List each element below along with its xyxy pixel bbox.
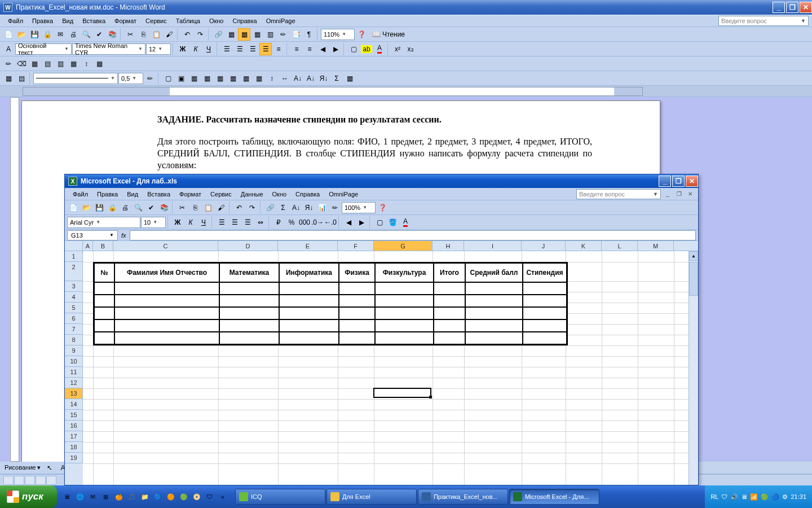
table-cell[interactable]	[219, 282, 279, 295]
table-cell[interactable]	[279, 319, 339, 332]
row-header-8[interactable]: 8	[65, 335, 83, 345]
ql-icon-13[interactable]: »	[217, 491, 228, 502]
eraser-icon[interactable]: ⌫	[15, 58, 28, 70]
xl-save-button[interactable]: 💾	[93, 202, 105, 214]
styles-pane-button[interactable]: A	[2, 43, 15, 55]
row-header-14[interactable]: 14	[65, 399, 83, 410]
table-cell[interactable]	[375, 319, 434, 332]
table-header-cell[interactable]: №	[94, 263, 114, 282]
table-cell[interactable]	[375, 332, 434, 344]
view-print-button[interactable]	[25, 476, 35, 485]
taskbar-button[interactable]: Практика_Excel_нов...	[418, 489, 508, 505]
tb2-sort-desc-icon[interactable]: Я↓	[317, 72, 330, 85]
table-cell[interactable]	[114, 282, 219, 295]
tray-icon-5[interactable]: 🟢	[761, 493, 769, 501]
xl-sort-asc-button[interactable]: А↓	[290, 202, 302, 214]
table-cell[interactable]	[523, 307, 567, 319]
font-combo[interactable]: Times New Roman CYR▼	[72, 43, 145, 55]
tables-borders-button[interactable]: ▦	[225, 28, 237, 41]
decrease-indent-button[interactable]: ◀	[316, 43, 329, 55]
paste-button[interactable]: 📋	[150, 28, 162, 41]
fx-icon[interactable]: fx	[121, 232, 126, 239]
insert-excel-button[interactable]: ▦	[251, 28, 263, 41]
xl-borders-button[interactable]: ▢	[373, 216, 386, 229]
xl-help-button[interactable]: ❓	[376, 202, 389, 214]
taskbar-button[interactable]: Для Excel	[326, 489, 417, 505]
redo-button[interactable]: ↷	[194, 28, 206, 41]
align-justify-button[interactable]: ☰	[259, 43, 272, 55]
table-cell[interactable]	[523, 332, 567, 344]
xl-inc-decimal-button[interactable]: .0→	[311, 216, 324, 229]
table-cell[interactable]	[465, 282, 523, 295]
tb-icon-6[interactable]: ▦	[93, 58, 105, 70]
xl-percent-button[interactable]: %	[285, 216, 298, 229]
tb2-icon-1[interactable]: ▦	[2, 72, 15, 85]
tray-icon-3[interactable]: 🖥	[741, 493, 747, 500]
table-cell[interactable]	[434, 332, 465, 344]
ql-icon-12[interactable]: 🛡	[204, 491, 215, 502]
table-cell[interactable]	[465, 319, 523, 332]
cut-button[interactable]: ✂	[124, 28, 136, 41]
tb2-icon-11[interactable]: ↕	[266, 72, 278, 85]
table-header-cell[interactable]: Информатика	[279, 263, 339, 282]
ql-icon-7[interactable]: 📁	[139, 491, 151, 502]
table-cell[interactable]	[94, 295, 114, 307]
doc-map-button[interactable]: 📑	[290, 28, 302, 41]
xl-dec-indent-button[interactable]: ◀	[342, 216, 355, 229]
tray-lang[interactable]: RL	[710, 493, 718, 500]
xl-undo-button[interactable]: ↶	[233, 202, 245, 214]
cells-area[interactable]: №Фамилия Имя ОтчествоМатематикаИнформати…	[83, 251, 698, 485]
borders-button[interactable]: ▢	[347, 43, 360, 55]
row-header-12[interactable]: 12	[65, 378, 83, 388]
scroll-thumb[interactable]	[689, 262, 698, 296]
xl-italic-button[interactable]: К	[184, 216, 197, 229]
excel-menu-edit[interactable]: Правка	[92, 189, 122, 199]
word-menu-table[interactable]: Таблица	[171, 16, 205, 26]
excel-menu-insert[interactable]: Вставка	[143, 189, 175, 199]
xl-inc-indent-button[interactable]: ▶	[355, 216, 368, 229]
open-button[interactable]: 📂	[15, 28, 28, 41]
xl-open-button[interactable]: 📂	[80, 202, 92, 214]
table-cell[interactable]	[94, 319, 114, 332]
tb2-last-icon[interactable]: ▦	[343, 72, 356, 85]
table-cell[interactable]	[94, 282, 114, 295]
table-cell[interactable]	[94, 307, 114, 319]
ql-icon-4[interactable]: ⊞	[100, 491, 112, 502]
xl-painter-button[interactable]: 🖌	[215, 202, 227, 214]
word-menu-tools[interactable]: Сервис	[141, 16, 171, 26]
line-style-combo[interactable]: ▼	[33, 73, 118, 84]
col-header-I[interactable]: I	[464, 241, 522, 251]
col-header-A[interactable]: A	[83, 241, 93, 251]
select-arrow-icon[interactable]: ↖	[43, 462, 56, 474]
table-header-cell[interactable]: Итого	[434, 263, 465, 282]
bold-button[interactable]: Ж	[176, 43, 189, 55]
align-right-button[interactable]: ☰	[246, 43, 259, 55]
tb2-icon-4[interactable]: ▣	[175, 72, 187, 85]
excel-menu-window[interactable]: Окно	[268, 189, 292, 199]
table-cell[interactable]	[434, 319, 465, 332]
copy-button[interactable]: ⎘	[137, 28, 149, 41]
taskbar-button[interactable]: ICQ	[235, 489, 325, 505]
word-help-search[interactable]: Введите вопрос▼	[718, 16, 809, 26]
col-header-G[interactable]: G	[374, 241, 433, 251]
show-marks-button[interactable]: ¶	[303, 28, 315, 41]
table-header-cell[interactable]: Средний балл	[465, 263, 523, 282]
taskbar-button[interactable]: Microsoft Excel - Для...	[509, 489, 599, 505]
tb-icon-3[interactable]: ▥	[54, 58, 67, 70]
tb2-icon-9[interactable]: ▦	[240, 72, 252, 85]
col-header-D[interactable]: D	[218, 241, 278, 251]
xl-merge-center-button[interactable]: ⇔	[254, 216, 267, 229]
start-button[interactable]: пуск	[0, 485, 57, 508]
table-cell[interactable]	[219, 319, 279, 332]
word-horizontal-ruler[interactable]	[0, 86, 812, 97]
zoom-combo[interactable]: 110%▼	[321, 29, 355, 40]
table-cell[interactable]	[465, 307, 523, 319]
col-header-L[interactable]: L	[602, 241, 638, 251]
word-menu-format[interactable]: Формат	[110, 16, 141, 26]
col-header-C[interactable]: C	[113, 241, 218, 251]
table-cell[interactable]	[465, 332, 523, 344]
xl-copy-button[interactable]: ⎘	[189, 202, 201, 214]
word-menu-help[interactable]: Справка	[228, 16, 261, 26]
table-cell[interactable]	[523, 319, 567, 332]
row-header-1[interactable]: 1	[65, 251, 83, 262]
